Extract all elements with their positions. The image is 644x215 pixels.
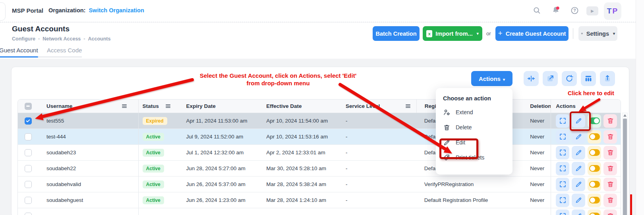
enable-toggle[interactable]	[588, 209, 601, 215]
column-menu-icon[interactable]	[122, 104, 127, 109]
open-external-button[interactable]	[543, 71, 558, 86]
table-row[interactable]: test-444 Active Jul 9, 2024 11:52:00 am …	[18, 129, 621, 145]
delete-row-button[interactable]	[603, 114, 617, 128]
scroll-up-arrow[interactable]	[623, 114, 627, 117]
table-scrollbar[interactable]	[622, 113, 628, 215]
delete-row-button[interactable]	[603, 209, 617, 215]
page-scrollbar-gutter	[636, 0, 644, 215]
cell-deletion: Never	[526, 134, 551, 140]
enable-toggle[interactable]	[588, 178, 601, 191]
row-checkbox[interactable]	[25, 165, 32, 172]
row-checkbox[interactable]	[25, 149, 32, 156]
trash-icon	[607, 180, 614, 188]
switch-organization-link[interactable]: Switch Organization	[89, 7, 144, 13]
edit-row-button[interactable]	[572, 146, 585, 159]
menu-item-delete[interactable]: Delete	[436, 120, 512, 135]
fullscreen-icon	[559, 133, 567, 140]
row-checkbox[interactable]	[25, 213, 32, 215]
status-badge: Active	[143, 149, 164, 157]
trash-icon	[607, 117, 614, 125]
edit-row-button[interactable]	[572, 209, 585, 215]
table-row[interactable]: soudabehvalid Active Jun 26, 2024 5:37:0…	[18, 177, 621, 192]
table-row[interactable]: test555 Expired Apr 11, 2024 11:53:00 am…	[18, 113, 621, 129]
expand-row-button[interactable]	[556, 209, 569, 215]
delete-row-button[interactable]	[603, 130, 617, 144]
table-row[interactable]: soudabeh22 Active Jun 28, 2024 5:27:00 a…	[18, 161, 621, 177]
guest-accounts-table: Username Status Expiry Date Effective Da…	[17, 99, 621, 215]
video-tutorial-icon[interactable]: ▶	[586, 6, 598, 15]
tab-guest-account[interactable]: Guest Account	[0, 47, 38, 54]
edit-row-button[interactable]	[572, 178, 585, 191]
cell-deletion: Never	[526, 181, 551, 187]
batch-creation-button[interactable]: Batch Creation	[373, 26, 420, 41]
annotation-box-pencil	[570, 111, 591, 131]
cell-actions	[551, 145, 621, 160]
toggle-pill	[589, 197, 600, 203]
cell-deletion: Never	[526, 165, 551, 171]
avatar-initial-p: P	[612, 7, 618, 15]
or-label: or	[486, 31, 491, 36]
edit-row-button[interactable]	[572, 130, 585, 144]
header-service-level[interactable]: Service Level	[342, 103, 416, 109]
cell-actions	[551, 129, 621, 144]
enable-toggle[interactable]	[588, 146, 601, 159]
header-deletion[interactable]: Deletion	[526, 103, 551, 109]
expand-row-button[interactable]	[556, 130, 569, 144]
expand-row-button[interactable]	[556, 162, 569, 175]
row-checkbox[interactable]	[25, 133, 32, 140]
notifications-bell-icon[interactable]	[551, 5, 561, 15]
expand-row-button[interactable]	[556, 146, 569, 159]
delete-row-button[interactable]	[603, 146, 617, 159]
expand-row-button[interactable]	[556, 194, 569, 207]
breadcrumb-accounts: Accounts	[88, 36, 111, 42]
header-status[interactable]: Status	[139, 103, 182, 109]
enable-toggle[interactable]	[588, 194, 601, 207]
expand-row-button[interactable]	[556, 178, 569, 191]
create-guest-account-button[interactable]: + Create Guest Account	[495, 26, 569, 41]
annotation-click-here: Click here to edit	[556, 90, 626, 96]
help-icon[interactable]: ?	[569, 5, 580, 15]
cell-username: soudabeh22	[39, 161, 139, 176]
user-avatar[interactable]: TP	[604, 2, 621, 20]
menu-item-extend[interactable]: Extend	[436, 105, 512, 120]
header-effective-date[interactable]: Effective Date	[262, 103, 342, 109]
table-row[interactable]: soudabehguest Active Jun 26, 2024 1:23:0…	[18, 192, 621, 208]
import-from-button[interactable]: x Import from... ▾	[423, 26, 482, 41]
settings-button[interactable]: Settings ▾	[578, 26, 617, 41]
expand-row-button[interactable]	[556, 114, 569, 128]
tab-access-code[interactable]: Access Code	[47, 47, 82, 54]
row-checkbox[interactable]	[25, 181, 32, 188]
delete-row-button[interactable]	[603, 178, 617, 191]
delete-row-button[interactable]	[603, 194, 617, 207]
row-checkbox[interactable]	[25, 117, 32, 125]
header-actions: Actions	[551, 100, 621, 113]
row-checkbox[interactable]	[25, 197, 32, 204]
cell-expiry-date: Jun 26, 2024 1:23:00 am	[182, 197, 262, 203]
enable-toggle[interactable]	[588, 162, 601, 175]
columns-button[interactable]	[581, 71, 596, 86]
cell-service-level: -	[342, 165, 416, 171]
upload-button[interactable]	[600, 71, 615, 86]
fullscreen-icon	[559, 196, 567, 204]
header-username[interactable]: Username	[39, 100, 139, 113]
cell-status: Active	[139, 149, 182, 157]
breadcrumb-network-access: Network Access	[43, 36, 81, 42]
enable-toggle[interactable]	[588, 130, 601, 144]
table-row[interactable]: soudabeh23 Active Jul 1, 2024 12:32:00 a…	[18, 145, 621, 161]
delete-row-button[interactable]	[603, 162, 617, 175]
collapse-columns-button[interactable]	[524, 71, 539, 86]
search-icon[interactable]	[532, 5, 542, 15]
page-title: Guest Accounts	[12, 25, 70, 33]
select-all-checkbox[interactable]	[25, 103, 32, 110]
actions-dropdown-button[interactable]: Actions ▾	[471, 71, 512, 86]
table-row[interactable]	[18, 208, 621, 215]
column-menu-icon[interactable]	[165, 104, 171, 109]
header-expiry-date[interactable]: Expiry Date	[182, 103, 262, 109]
scrollbar-thumb[interactable]	[623, 119, 627, 215]
edit-row-button[interactable]	[572, 162, 585, 175]
gear-icon	[581, 30, 583, 37]
column-menu-icon[interactable]	[405, 104, 411, 109]
refresh-button[interactable]	[562, 71, 577, 86]
pencil-icon	[575, 212, 582, 215]
edit-row-button[interactable]	[572, 194, 585, 207]
